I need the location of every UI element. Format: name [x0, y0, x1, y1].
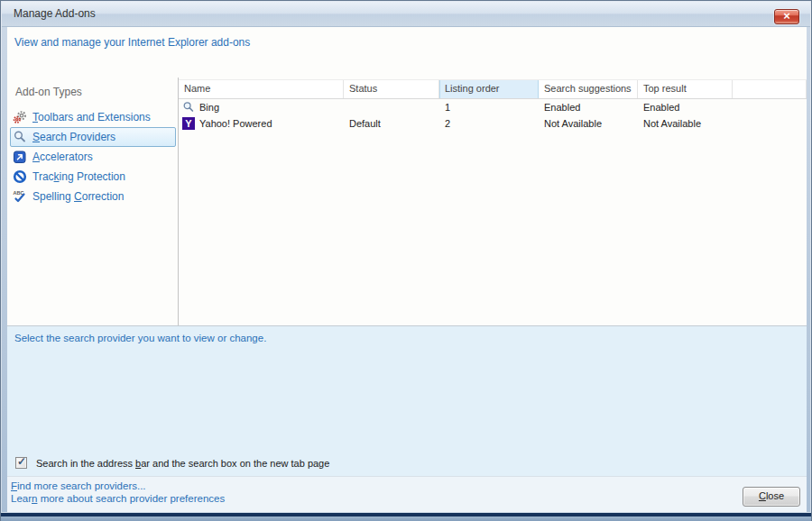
- provider-name-cell: Y Yahoo! Powered: [179, 117, 344, 130]
- sidebar-item-accelerators[interactable]: Accelerators: [10, 147, 176, 167]
- search-address-bar-checkbox[interactable]: ✓: [15, 457, 27, 469]
- spellcheck-icon: ABC: [13, 189, 27, 204]
- provider-top-result: Not Available: [638, 118, 733, 129]
- magnifier-icon: [13, 130, 27, 144]
- sidebar-item-label: Toolbars and Extensions: [32, 111, 151, 123]
- dialog-content: View and manage your Internet Explorer a…: [7, 27, 807, 512]
- sidebar-item-label: Accelerators: [32, 151, 93, 163]
- sidebar-item-spelling-correction[interactable]: ABC Spelling Correction: [10, 187, 176, 206]
- provider-name-cell: Bing: [179, 101, 344, 114]
- provider-name: Bing: [199, 102, 219, 113]
- sidebar-item-toolbars-extensions[interactable]: Toolbars and Extensions: [10, 107, 176, 127]
- provider-name: Yahoo! Powered: [199, 118, 272, 129]
- search-address-bar-option: ✓ Search in the address bar and the sear…: [15, 457, 329, 469]
- window-title: Manage Add-ons: [14, 2, 96, 26]
- addon-types-sidebar: Add-on Types Toolbars and Extensions: [7, 78, 179, 325]
- provider-top-result: Enabled: [638, 102, 733, 113]
- checkmark-icon: ✓: [17, 455, 26, 468]
- column-header-top-result[interactable]: Top result: [638, 80, 733, 98]
- column-header-name[interactable]: Name: [179, 80, 344, 98]
- sidebar-item-label: Search Providers: [32, 131, 115, 143]
- window-bottom-edge: [1, 512, 811, 521]
- provider-listing-order: 1: [439, 102, 539, 113]
- provider-search-suggestions: Not Available: [539, 118, 638, 129]
- search-providers-table: Name Status Listing order Search suggest…: [179, 79, 807, 132]
- sidebar-item-search-providers[interactable]: Search Providers: [10, 127, 176, 147]
- table-row-bing[interactable]: Bing 1 Enabled Enabled: [179, 99, 807, 115]
- search-address-bar-label[interactable]: Search in the address bar and the search…: [36, 458, 329, 469]
- accelerator-icon: [13, 150, 27, 164]
- instruction-text: Select the search provider you want to v…: [14, 333, 266, 343]
- detail-panel: Select the search provider you want to v…: [7, 325, 807, 476]
- titlebar[interactable]: Manage Add-ons ×: [2, 2, 810, 27]
- provider-search-suggestions: Enabled: [539, 102, 638, 113]
- sidebar-item-label: Tracking Protection: [32, 170, 125, 183]
- column-header-status[interactable]: Status: [344, 80, 439, 98]
- dialog-subtitle: View and manage your Internet Explorer a…: [14, 36, 250, 49]
- yahoo-icon: Y: [182, 117, 195, 130]
- find-more-providers-link[interactable]: Find more search providers...: [11, 480, 225, 491]
- sidebar-heading: Add-on Types: [15, 86, 178, 98]
- window-frame: Manage Add-ons × View and manage your In…: [0, 0, 812, 521]
- close-icon: ×: [783, 9, 790, 23]
- footer-links: Find more search providers... Learn more…: [11, 480, 225, 504]
- column-header-listing-order[interactable]: Listing order: [439, 80, 539, 98]
- sidebar-item-label: Spelling Correction: [32, 190, 124, 203]
- table-row-yahoo[interactable]: Y Yahoo! Powered Default 2 Not Available…: [179, 115, 807, 132]
- magnifier-icon: [182, 101, 195, 114]
- header-strip: View and manage your Internet Explorer a…: [7, 27, 807, 78]
- footer-bar: Find more search providers... Learn more…: [7, 476, 807, 512]
- learn-more-preferences-link[interactable]: Learn more about search provider prefere…: [11, 493, 225, 504]
- gears-icon: [13, 110, 27, 124]
- table-header-row: Name Status Listing order Search suggest…: [179, 79, 807, 99]
- provider-status: Default: [344, 118, 439, 129]
- sidebar-item-tracking-protection[interactable]: Tracking Protection: [10, 167, 176, 187]
- close-window-button[interactable]: ×: [774, 9, 799, 24]
- blocked-icon: [13, 169, 27, 184]
- column-header-blank[interactable]: [733, 80, 807, 98]
- provider-listing-order: 2: [439, 118, 539, 129]
- column-header-search-suggestions[interactable]: Search suggestions: [539, 80, 638, 98]
- svg-text:Y: Y: [185, 118, 192, 129]
- close-button[interactable]: Close: [743, 487, 800, 507]
